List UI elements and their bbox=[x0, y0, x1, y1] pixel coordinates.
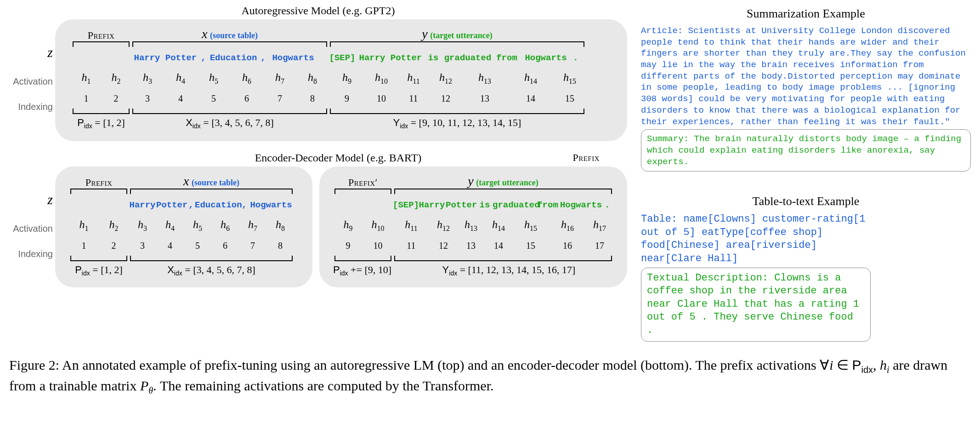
idx-cell: 13 bbox=[462, 93, 508, 104]
caption-math: ∀i ∈ Pidx, hi bbox=[820, 357, 889, 372]
h-cell: h5 bbox=[197, 71, 230, 86]
autoregressive-panel: z Activation Indexing Prefix x (source t… bbox=[55, 19, 627, 141]
formula-row-top: Pidx = [1, 2] Xidx = [3, 4, 5, 6, 7, 8] … bbox=[71, 117, 611, 130]
t2t-title: Table-to-text Example bbox=[641, 195, 971, 208]
bracket-row-top bbox=[71, 41, 611, 48]
bracket-pidx bbox=[73, 109, 130, 114]
token: Harry bbox=[356, 53, 388, 63]
row-labels-bottom: z Activation Indexing bbox=[11, 166, 53, 259]
token: Hogwarts bbox=[559, 200, 603, 210]
token: . bbox=[603, 200, 612, 210]
bracket-dec bbox=[333, 189, 613, 195]
h-cell: h8 bbox=[266, 218, 294, 233]
h-cell: h14 bbox=[485, 218, 512, 233]
h-cell: h17 bbox=[586, 218, 613, 233]
x-idx-formula: Xidx = [3, 4, 5, 6, 7, 8] bbox=[129, 264, 294, 277]
token: Education bbox=[195, 200, 241, 210]
summarization-title: Summarization Example bbox=[641, 7, 971, 21]
h-cell: h13 bbox=[462, 71, 508, 86]
token: , bbox=[199, 53, 208, 63]
idx-cell: 9 bbox=[333, 240, 363, 251]
h-cell: h13 bbox=[457, 218, 485, 233]
h-cell: h10 bbox=[365, 71, 397, 86]
activation-label: Activation bbox=[11, 76, 53, 87]
indexing-row-top: 1 2 3 4 5 6 7 8 9 10 11 12 13 14 15 bbox=[71, 88, 611, 109]
y-symbol: y bbox=[468, 174, 473, 188]
h-cell: h1 bbox=[69, 218, 99, 233]
idx-cell: 5 bbox=[184, 240, 211, 251]
idx-cell: 7 bbox=[239, 240, 266, 251]
z-label: z bbox=[11, 192, 53, 207]
idx-cell: 16 bbox=[549, 240, 586, 251]
indexing-label: Indexing bbox=[11, 249, 53, 259]
source-table-anno: (source table) bbox=[210, 31, 258, 40]
idx-cell: 13 bbox=[457, 240, 485, 251]
h-cell: h8 bbox=[296, 71, 329, 86]
idx-cell: 15 bbox=[554, 93, 586, 104]
bracket-yidx bbox=[330, 109, 584, 114]
bracket bbox=[394, 189, 612, 194]
h-cell: h4 bbox=[156, 218, 184, 233]
h-cell: h3 bbox=[129, 218, 156, 233]
summarization-block: Article: Scientists at University Colleg… bbox=[641, 25, 971, 172]
h-cell: h12 bbox=[430, 71, 462, 86]
prefix-header: Prefix bbox=[85, 177, 113, 188]
token: Hogwarts bbox=[521, 53, 571, 63]
h-cell: h14 bbox=[508, 71, 554, 86]
indexing-row-enc: 1 2 3 4 5 6 7 8 bbox=[69, 235, 299, 256]
prefix-prime-header: Prefix′ bbox=[348, 177, 378, 188]
indexing-label: Indexing bbox=[11, 102, 53, 112]
y-idx-formula: Yidx = [9, 10, 11, 12, 13, 14, 15] bbox=[329, 117, 586, 130]
idx-cell: 10 bbox=[365, 93, 397, 104]
x-symbol: x bbox=[183, 174, 189, 188]
under-bracket-row-top bbox=[71, 109, 611, 115]
target-utterance-anno: (target utterance) bbox=[430, 31, 492, 40]
idx-cell: 11 bbox=[397, 93, 430, 104]
decoder-box: Prefix Prefix′ y (target utterance) [SEP… bbox=[319, 166, 627, 287]
autoregressive-title: Autoregressive Model (e.g. GPT2) bbox=[9, 5, 627, 17]
idx-cell: 6 bbox=[211, 240, 239, 251]
idx-cell: 15 bbox=[512, 240, 549, 251]
idx-cell: 17 bbox=[586, 240, 613, 251]
token: , bbox=[187, 200, 195, 210]
figure-caption: Figure 2: An annotated example of prefix… bbox=[9, 355, 971, 397]
idx-cell: 3 bbox=[131, 93, 164, 104]
bracket bbox=[70, 256, 127, 261]
token-row-dec: [SEP] Harry Potter is graduated from Hog… bbox=[333, 195, 613, 215]
table-to-text-block: Table-to-text Example Table: name[Clowns… bbox=[641, 195, 971, 341]
activation-row-top: h1 h2 h3 h4 h5 h6 h7 h8 h9 h10 h11 h12 h… bbox=[71, 68, 611, 88]
idx-cell: 8 bbox=[266, 240, 294, 251]
activation-label: Activation bbox=[11, 223, 53, 234]
token: Harry bbox=[129, 200, 156, 210]
bracket bbox=[334, 256, 391, 261]
bracket bbox=[394, 256, 612, 261]
idx-cell: 6 bbox=[230, 93, 263, 104]
token: Potter bbox=[156, 200, 187, 210]
left-column: Autoregressive Model (e.g. GPT2) z Activ… bbox=[9, 5, 627, 342]
p-idx-plus-formula: Pidx += [9, 10] bbox=[333, 264, 404, 277]
token-row-enc: Harry Potter , Education , Hogwarts bbox=[69, 195, 299, 215]
h-cell: h15 bbox=[554, 71, 586, 86]
h-cell: h3 bbox=[131, 71, 164, 86]
prefix-top-label: Prefix bbox=[572, 152, 600, 164]
h-cell: h12 bbox=[430, 218, 457, 233]
idx-cell: 2 bbox=[99, 240, 129, 251]
h-cell: h6 bbox=[230, 71, 263, 86]
idx-cell: 8 bbox=[296, 93, 329, 104]
table-text: Table: name[Clowns] customer-rating[1 ou… bbox=[641, 213, 865, 264]
token: Potter bbox=[446, 200, 477, 210]
token: . bbox=[571, 53, 580, 63]
token: graduated bbox=[442, 53, 493, 63]
right-column: Summarization Example Article: Scientist… bbox=[641, 5, 971, 342]
bracket bbox=[334, 189, 391, 194]
figure-layout: Autoregressive Model (e.g. GPT2) z Activ… bbox=[9, 5, 971, 342]
encoder-decoder-panel: z Activation Indexing Encoder-Decoder Mo… bbox=[55, 166, 627, 287]
h-cell: h7 bbox=[263, 71, 296, 86]
bracket-y bbox=[330, 41, 584, 47]
prefix-header: Prefix bbox=[88, 29, 115, 41]
idx-cell: 14 bbox=[485, 240, 512, 251]
indexing-row-dec: 9 10 11 12 13 14 15 16 17 bbox=[333, 235, 613, 256]
idx-cell: 5 bbox=[197, 93, 230, 104]
h-cell: h6 bbox=[211, 218, 239, 233]
h-cell: h2 bbox=[101, 71, 131, 86]
